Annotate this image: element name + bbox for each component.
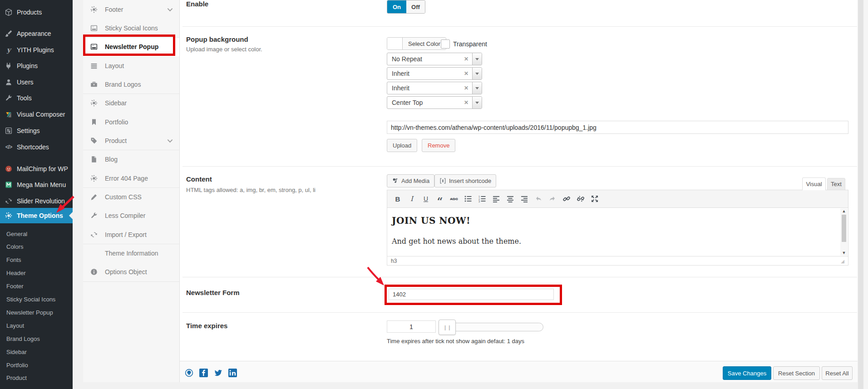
- insert-shortcode-button[interactable]: Insert shortcode: [434, 174, 496, 187]
- reset-section-button[interactable]: Reset Section: [773, 366, 820, 380]
- options-menu-item-less-compiler[interactable]: Less Compiler: [83, 207, 179, 226]
- sidebar-item-tools[interactable]: Tools: [0, 91, 73, 105]
- enable-off-button[interactable]: Off: [406, 0, 425, 13]
- sidebar-item-slider-revolution[interactable]: Slider Revolution: [0, 194, 73, 208]
- sidebar-item-users[interactable]: Users: [0, 75, 73, 89]
- add-media-button[interactable]: Add Media: [387, 174, 434, 187]
- clear-icon[interactable]: ✕: [464, 85, 472, 91]
- window-icon: [90, 43, 98, 51]
- sidebar-subitem-colors[interactable]: Colors: [0, 241, 73, 252]
- undo-icon[interactable]: [533, 193, 544, 204]
- select-color-button[interactable]: Select Color: [403, 38, 446, 49]
- italic-icon[interactable]: I: [406, 193, 418, 204]
- strikethrough-icon[interactable]: ABC: [448, 193, 460, 204]
- options-menu-item-sidebar[interactable]: Sidebar: [83, 94, 179, 113]
- editor-body[interactable]: JOIN US NOW! And get hot news about the …: [387, 208, 848, 256]
- sidebar-subitem-footer[interactable]: Footer: [0, 281, 73, 292]
- time-expires-slider-handle[interactable]: ❙❙: [439, 320, 456, 335]
- page-scrollbar-track[interactable]: [863, 0, 868, 389]
- linkedin-icon[interactable]: [228, 369, 237, 377]
- blockquote-icon[interactable]: “: [434, 193, 446, 204]
- editor-scrollbar[interactable]: ▲ ▼: [840, 208, 848, 256]
- sidebar-subitem-brand-logos[interactable]: Brand Logos: [0, 333, 73, 344]
- sidebar-item-plugins[interactable]: Plugins: [0, 59, 73, 73]
- align-left-icon[interactable]: [490, 193, 502, 204]
- options-menu-item-portfolio[interactable]: Portfolio: [83, 113, 179, 132]
- newsletter-form-input[interactable]: [389, 289, 554, 300]
- facebook-icon[interactable]: [199, 369, 208, 377]
- sidebar-subitem-sticky-social-icons[interactable]: Sticky Social Icons: [0, 294, 73, 305]
- sidebar-subitem-newsletter-popup[interactable]: Newsletter Popup: [0, 307, 73, 318]
- options-menu-item-custom-css[interactable]: Custom CSS: [83, 188, 179, 207]
- resize-grip-icon[interactable]: ◢: [841, 259, 844, 264]
- chevron-down-icon[interactable]: [472, 68, 482, 79]
- clear-icon[interactable]: ✕: [464, 56, 472, 62]
- github-icon[interactable]: [185, 369, 193, 377]
- scroll-down-icon[interactable]: ▼: [842, 250, 846, 256]
- sidebar-item-mailchimp-for-wp[interactable]: MailChimp for WP: [0, 162, 73, 176]
- options-menu-item-error-404-page[interactable]: Error 404 Page: [83, 169, 179, 188]
- background-repeat-select[interactable]: No Repeat ✕: [387, 53, 482, 65]
- redo-icon[interactable]: [547, 193, 558, 204]
- sidebar-subitem-layout[interactable]: Layout: [0, 320, 73, 331]
- color-swatch[interactable]: [387, 38, 403, 49]
- time-expires-slider-track[interactable]: [447, 323, 543, 331]
- fullscreen-icon[interactable]: [589, 193, 601, 204]
- options-menu-item-import-export[interactable]: Import / Export: [83, 225, 179, 244]
- background-position-select[interactable]: Center Top ✕: [387, 96, 482, 109]
- scrollbar-thumb[interactable]: [842, 215, 846, 242]
- remove-button[interactable]: Remove: [422, 139, 455, 152]
- link-icon[interactable]: [561, 193, 572, 204]
- chevron-down-icon[interactable]: [472, 97, 482, 108]
- options-menu-item-layout[interactable]: Layout: [83, 56, 179, 75]
- transparent-checkbox[interactable]: [441, 39, 450, 49]
- options-menu-item-brand-logos[interactable]: Brand Logos: [83, 75, 179, 94]
- bold-icon[interactable]: B: [392, 193, 404, 204]
- sidebar-item-theme-options[interactable]: Theme Options: [0, 208, 73, 223]
- sidebar-item-mega-main-menu[interactable]: Mega Main Menu: [0, 178, 73, 192]
- tab-visual[interactable]: Visual: [802, 177, 826, 190]
- chevron-down-icon[interactable]: [472, 53, 482, 65]
- sidebar-item-visual-composer[interactable]: Visual Composer: [0, 108, 73, 121]
- background-size-select[interactable]: Inherit ✕: [387, 67, 482, 80]
- sidebar-subitem-product[interactable]: Product: [0, 373, 73, 384]
- twitter-icon[interactable]: [214, 369, 222, 377]
- align-center-icon[interactable]: [504, 193, 516, 204]
- sidebar-item-appearance[interactable]: Appearance: [0, 27, 73, 40]
- clear-icon[interactable]: ✕: [464, 99, 472, 106]
- sidebar-item-shortcodes[interactable]: </>Shortcodes: [0, 140, 73, 154]
- sidebar-subitem-header[interactable]: Header: [0, 268, 73, 279]
- options-menu-item-footer[interactable]: Footer: [83, 0, 179, 19]
- time-expires-input[interactable]: [387, 320, 436, 333]
- sidebar-item-yith-plugins[interactable]: yYITH Plugins: [0, 43, 73, 57]
- reset-all-button[interactable]: Reset All: [822, 366, 853, 380]
- options-menu-item-options-object[interactable]: Options Object: [83, 263, 179, 282]
- background-url-input[interactable]: [387, 121, 848, 134]
- options-menu-item-newsletter-popup[interactable]: Newsletter Popup: [83, 38, 179, 57]
- sidebar-subitem-fonts[interactable]: Fonts: [0, 255, 73, 266]
- upload-button[interactable]: Upload: [387, 139, 417, 152]
- background-attachment-select[interactable]: Inherit ✕: [387, 82, 482, 94]
- options-menu-item-theme-information[interactable]: Theme Information: [83, 244, 179, 263]
- numbered-list-icon[interactable]: 123: [476, 193, 488, 204]
- unlink-icon[interactable]: [575, 193, 587, 204]
- save-changes-button[interactable]: Save Changes: [723, 366, 771, 380]
- underline-icon[interactable]: U: [420, 193, 432, 204]
- align-right-icon[interactable]: [518, 193, 530, 204]
- chevron-down-icon[interactable]: [472, 82, 482, 94]
- options-menu-item-label: Blog: [105, 156, 118, 163]
- sidebar-item-settings[interactable]: Settings: [0, 124, 73, 138]
- options-menu-item-sticky-social-icons[interactable]: Sticky Social Icons: [83, 19, 179, 38]
- page-scrollbar-thumb[interactable]: [858, 0, 863, 389]
- clear-icon[interactable]: ✕: [464, 70, 472, 77]
- sidebar-subitem-general[interactable]: General: [0, 228, 73, 239]
- options-menu-item-blog[interactable]: Blog: [83, 150, 179, 169]
- sidebar-subitem-sidebar[interactable]: Sidebar: [0, 346, 73, 357]
- sidebar-subitem-portfolio[interactable]: Portfolio: [0, 359, 73, 370]
- bullet-list-icon[interactable]: [462, 193, 474, 204]
- scroll-up-icon[interactable]: ▲: [842, 208, 846, 214]
- options-menu-item-product[interactable]: Product: [83, 131, 179, 150]
- sidebar-item-products[interactable]: Products: [0, 5, 73, 19]
- enable-on-button[interactable]: On: [387, 0, 406, 13]
- tab-text[interactable]: Text: [827, 178, 845, 190]
